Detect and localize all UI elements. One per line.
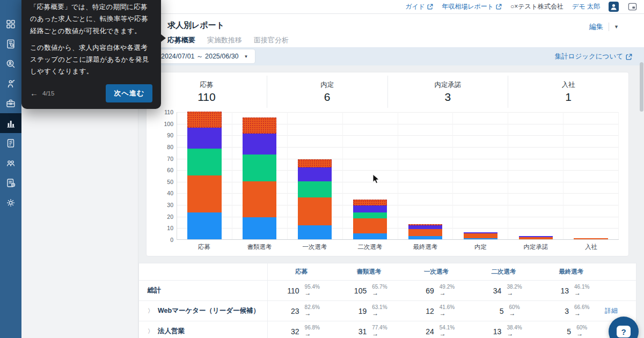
topbar-link[interactable]: 年収相場レポート <box>442 2 502 11</box>
sidebar-item-media[interactable] <box>0 133 21 153</box>
aggregation-logic-link[interactable]: 集計ロジックについて <box>555 52 632 61</box>
arrow-right-icon: → <box>372 330 378 337</box>
metric-cell: 560%→ <box>537 325 605 337</box>
x-axis-label: 応募 <box>177 243 232 251</box>
kpi-label: 入社 <box>562 80 575 90</box>
arrow-right-icon: → <box>507 330 513 337</box>
media-icon <box>5 138 16 149</box>
edit-dropdown-caret[interactable]: ▼ <box>609 23 624 31</box>
chevron-right-icon: 〉 <box>148 327 153 335</box>
date-range-picker[interactable]: 2024/07/01 ～ 2025/06/30 ▼ <box>155 49 255 63</box>
conversion-rate: 65.7%→ <box>372 284 387 296</box>
conversion-rate: 60%→ <box>509 305 520 317</box>
metric-cell: 1963.1%→ <box>335 305 403 317</box>
edit-button[interactable]: 編集 <box>584 20 609 33</box>
kpi-cell: 応募110 <box>147 76 267 108</box>
segment-channel-purple <box>243 134 276 155</box>
report-search-icon <box>5 39 16 49</box>
metric-cell: 1241.6%→ <box>402 305 470 317</box>
column-header: 最終選考 <box>537 268 605 276</box>
row-label: 総計 <box>148 286 161 295</box>
y-tick-label: 90 <box>167 132 173 138</box>
conversion-rate: 96.8%→ <box>305 325 320 337</box>
kpi-cell: 内定6 <box>267 76 388 108</box>
category-slot <box>508 112 564 239</box>
tooltip-paragraph: この数値から、求人内容自体や各選考ステップのどこに課題があるかを発見しやすくなり… <box>30 42 152 78</box>
metric-value: 19 <box>350 307 367 315</box>
row-label-cell[interactable]: 〉Webマーケター（リーダー候補） <box>139 301 268 321</box>
metric-cell: 10565.7%→ <box>335 284 403 296</box>
metric-value: 5 <box>555 327 571 336</box>
step-counter: 4/15 <box>42 90 54 97</box>
conversion-rate: 66.6%→ <box>574 305 589 317</box>
vertical-scrollbar-thumb[interactable] <box>640 62 643 112</box>
segment-channel-dotted-orange <box>243 117 276 134</box>
sidebar-item-analytics[interactable] <box>0 113 21 133</box>
kpi-cell: 入社1 <box>508 76 628 108</box>
y-tick-label: 50 <box>167 179 173 185</box>
members-icon <box>5 158 16 168</box>
settings-icon <box>5 197 16 208</box>
row-label-cell[interactable]: 〉法人営業 <box>139 321 268 338</box>
segment-channel-orange <box>353 218 387 233</box>
nav-panel-body <box>21 110 138 338</box>
next-step-button[interactable]: 次へ進む <box>106 84 152 102</box>
segment-channel-orange <box>574 238 608 239</box>
arrow-right-icon: → <box>509 310 516 317</box>
avatar-icon[interactable] <box>609 2 619 12</box>
segment-channel-green <box>187 149 221 175</box>
segment-channel-blue <box>408 236 442 239</box>
y-axis: 0102030405060708090100110 <box>154 112 177 240</box>
arrow-right-icon: → <box>507 290 513 297</box>
job-edit-icon <box>5 178 16 188</box>
stacked-bar-chart: 0102030405060708090100110 応募書類選考一次選考二次選考… <box>154 112 619 253</box>
user-name[interactable]: デモ 太郎 <box>572 2 600 11</box>
sidebar-item-members[interactable] <box>0 153 21 173</box>
back-arrow-icon[interactable]: ← <box>30 89 38 98</box>
y-tick-label: 80 <box>167 144 173 150</box>
kpi-value: 110 <box>197 91 215 104</box>
sidebar-item-candidate-search[interactable] <box>0 54 21 74</box>
arrow-right-icon: → <box>305 330 311 337</box>
y-tick-label: 60 <box>167 167 173 173</box>
conversion-rate: 60%→ <box>576 325 587 337</box>
conversion-rate: 46.1%→ <box>574 284 589 296</box>
arrow-right-icon: → <box>574 290 581 297</box>
sidebar-item-settings[interactable] <box>0 193 21 212</box>
metric-cell: 3438.2%→ <box>470 284 538 296</box>
segment-channel-orange <box>408 229 442 236</box>
candidate-search-icon <box>5 58 16 69</box>
sidebar-item-dashboard[interactable] <box>0 14 21 34</box>
briefcase-icon <box>5 98 16 109</box>
sidebar-item-job-edit[interactable] <box>0 173 21 193</box>
sidebar-item-scout[interactable] <box>0 74 21 93</box>
detail-link[interactable]: 詳細 <box>605 307 618 314</box>
tooltip-pointer <box>161 34 166 42</box>
category-slot <box>232 112 288 239</box>
arrow-right-icon: → <box>305 290 311 297</box>
arrow-right-icon: → <box>440 290 446 297</box>
table-row: 〉法人営業3296.8%→3177.4%→2454.1%→1338.4%→560… <box>139 321 636 338</box>
date-range-value: 2024/07/01 ～ 2025/06/30 <box>161 52 239 61</box>
tooltip-paragraph: 「応募概要」では、特定の期間に応募のあった求人ごとに、転換率等や応募経路ごとの数… <box>30 1 152 37</box>
metric-value: 12 <box>418 307 434 315</box>
report-header: 求人別レポート 編集 ▼ 応募概要実施数推移面接官分析 <box>138 14 644 47</box>
sidebar-item-report-search[interactable] <box>0 34 21 54</box>
metric-value: 23 <box>283 307 299 315</box>
table-header-spacer <box>139 263 268 280</box>
external-link-icon <box>626 54 632 60</box>
x-axis-labels: 応募書類選考一次選考二次選考最終選考内定内定承諾入社 <box>177 243 619 251</box>
topbar-link[interactable]: ガイド <box>405 2 433 11</box>
y-tick-label: 20 <box>167 214 173 220</box>
segment-channel-green <box>243 155 276 181</box>
metric-cell: 1346.1%→ <box>537 284 605 296</box>
y-tick-label: 10 <box>167 225 173 231</box>
metric-value: 13 <box>485 327 501 336</box>
stacked-bar-一次選考 <box>298 159 332 239</box>
metric-value: 105 <box>350 286 367 295</box>
segment-channel-orange <box>187 175 221 212</box>
metric-cell: 11095.4%→ <box>268 284 335 296</box>
service-switch-icon[interactable] <box>627 2 638 12</box>
conversion-rate: 95.4%→ <box>305 284 320 296</box>
sidebar-item-briefcase[interactable] <box>0 93 21 113</box>
